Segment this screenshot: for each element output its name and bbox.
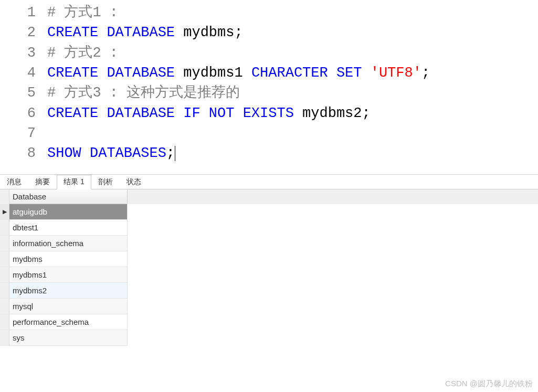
row-pointer (0, 267, 9, 283)
code-line[interactable]: 2CREATE DATABASE mydbms; (0, 23, 538, 43)
table-row[interactable]: mysql (0, 299, 538, 314)
results-panel: 消息摘要结果 1剖析状态 Database ▶atguigudbdbtest1i… (0, 174, 538, 346)
column-header-database[interactable]: Database (9, 189, 128, 204)
code-line[interactable]: 6CREATE DATABASE IF NOT EXISTS mydbms2; (0, 103, 538, 123)
row-pointer: ▶ (0, 204, 9, 220)
code-content[interactable] (47, 123, 538, 143)
line-number: 4 (0, 63, 47, 83)
code-content[interactable]: # 方式3 : 这种方式是推荐的 (47, 83, 538, 103)
table-row[interactable]: performance_schema (0, 314, 538, 330)
code-content[interactable]: CREATE DATABASE mydbms1 CHARACTER SET 'U… (47, 63, 538, 83)
cell-database[interactable]: sys (9, 330, 128, 346)
row-pointer (0, 283, 9, 299)
code-content[interactable]: # 方式2 : (47, 43, 538, 63)
cell-database[interactable]: mydbms (9, 251, 128, 267)
grid-header: Database (0, 189, 538, 204)
tab-结果 1[interactable]: 结果 1 (57, 175, 91, 189)
row-pointer (0, 220, 9, 236)
table-row[interactable]: dbtest1 (0, 220, 538, 236)
cell-database[interactable]: mydbms2 (9, 283, 128, 299)
code-line[interactable]: 5# 方式3 : 这种方式是推荐的 (0, 83, 538, 103)
code-content[interactable]: CREATE DATABASE IF NOT EXISTS mydbms2; (47, 103, 538, 123)
table-row[interactable]: mydbms1 (0, 267, 538, 283)
code-line[interactable]: 3# 方式2 : (0, 43, 538, 63)
line-number: 2 (0, 23, 47, 43)
code-content[interactable]: SHOW DATABASES; (47, 143, 538, 163)
code-line[interactable]: 7 (0, 123, 538, 143)
tab-消息[interactable]: 消息 (0, 175, 28, 189)
row-pointer-header (0, 189, 9, 204)
table-row[interactable]: information_schema (0, 236, 538, 251)
cell-database[interactable]: dbtest1 (9, 220, 128, 236)
line-number: 6 (0, 103, 47, 123)
line-number: 1 (0, 3, 47, 23)
table-row[interactable]: mydbms (0, 251, 538, 267)
table-row[interactable]: sys (0, 330, 538, 346)
code-line[interactable]: 1# 方式1 : (0, 3, 538, 23)
code-content[interactable]: # 方式1 : (47, 3, 538, 23)
table-row[interactable]: mydbms2 (0, 283, 538, 299)
watermark: CSDN @圆乃馨儿的铁粉 (445, 379, 533, 389)
code-content[interactable]: CREATE DATABASE mydbms; (47, 23, 538, 43)
code-line[interactable]: 4CREATE DATABASE mydbms1 CHARACTER SET '… (0, 63, 538, 83)
tab-摘要[interactable]: 摘要 (28, 175, 57, 189)
line-number: 5 (0, 83, 47, 103)
line-number: 8 (0, 143, 47, 163)
tab-状态[interactable]: 状态 (120, 175, 148, 189)
cell-database[interactable]: information_schema (9, 236, 128, 251)
code-line[interactable]: 8SHOW DATABASES; (0, 143, 538, 163)
code-editor[interactable]: 1# 方式1 :2CREATE DATABASE mydbms;3# 方式2 :… (0, 0, 538, 174)
line-number: 7 (0, 123, 47, 143)
text-cursor (175, 146, 175, 162)
row-pointer (0, 251, 9, 267)
tabs-bar: 消息摘要结果 1剖析状态 (0, 175, 538, 189)
cell-database[interactable]: mydbms1 (9, 267, 128, 283)
row-pointer (0, 314, 9, 330)
cell-database[interactable]: performance_schema (9, 314, 128, 330)
tab-剖析[interactable]: 剖析 (91, 175, 120, 189)
cell-database[interactable]: atguigudb (9, 204, 128, 220)
result-grid[interactable]: Database ▶atguigudbdbtest1information_sc… (0, 189, 538, 346)
line-number: 3 (0, 43, 47, 63)
cell-database[interactable]: mysql (9, 299, 128, 314)
table-row[interactable]: ▶atguigudb (0, 204, 538, 220)
row-pointer (0, 330, 9, 346)
row-pointer (0, 299, 9, 314)
row-pointer (0, 236, 9, 251)
